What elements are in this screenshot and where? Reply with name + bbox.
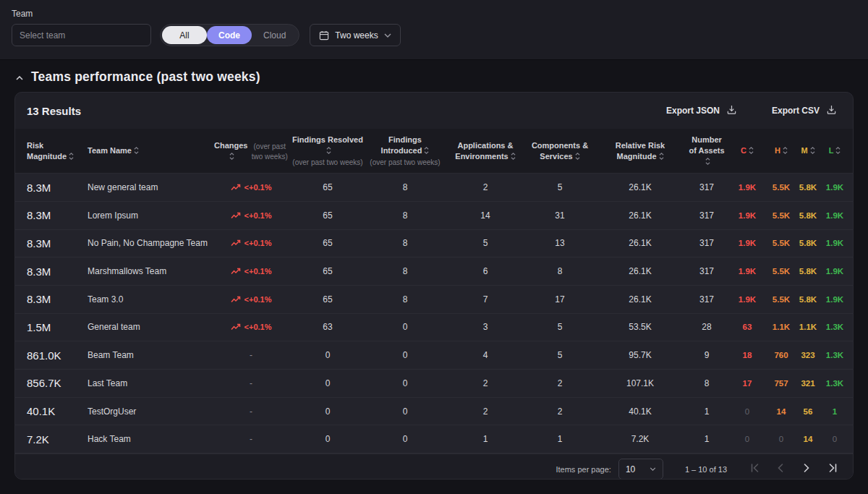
cell-severity-m: 323: [795, 351, 821, 359]
changes-value: -: [250, 350, 252, 360]
cell-components: 17: [526, 294, 594, 305]
cell-severity-c: 18: [727, 351, 767, 359]
column-header-introduced[interactable]: Findings Introduced(over past two weeks): [365, 135, 445, 167]
cell-introduced: 0: [365, 434, 445, 444]
export-csv-button[interactable]: Export CSV: [772, 104, 837, 117]
sort-icon: [783, 147, 788, 154]
column-header-apps[interactable]: Applications & Environments: [445, 140, 526, 162]
cell-changes: <+0.1%: [212, 239, 290, 247]
cell-apps: 6: [445, 266, 526, 276]
cell-assets: 317: [686, 182, 727, 192]
first-page-button[interactable]: [744, 459, 765, 480]
cell-assets: 28: [686, 322, 727, 332]
table-footer: Items per page: 10 1 – 10 of 13: [15, 453, 853, 480]
next-page-button[interactable]: [796, 459, 817, 480]
column-label: Findings Introduced: [381, 135, 430, 155]
cell-risk-magnitude: 8.3M: [27, 293, 88, 305]
sort-icon: [511, 153, 516, 160]
column-header-c[interactable]: C: [727, 145, 767, 156]
cell-components: 8: [526, 266, 594, 276]
cell-resolved: 0: [290, 350, 365, 360]
cell-risk-magnitude: 7.2K: [27, 433, 88, 446]
table-row[interactable]: 856.7KLast Team-0022107.1K8177573211.3K: [15, 370, 853, 398]
column-subtitle: (over past two weeks): [251, 142, 288, 161]
period-dropdown[interactable]: Two weeks: [310, 24, 400, 46]
table-row[interactable]: 7.2KHack Team-00117.2K100140: [15, 425, 853, 453]
cell-severity-l: 1.9K: [821, 295, 848, 304]
items-per-page-select[interactable]: 10: [618, 459, 663, 480]
table-row[interactable]: 8.3MTeam 3.0<+0.1%65871726.1K3171.9K5.5K…: [15, 286, 853, 314]
sort-icon: [424, 147, 429, 154]
column-label: C: [741, 146, 754, 155]
table-row[interactable]: 8.3MNew general team<+0.1%6582526.1K3171…: [15, 174, 853, 202]
cell-components: 13: [526, 238, 594, 248]
column-label: L: [829, 146, 841, 155]
column-header-l[interactable]: L: [821, 145, 848, 156]
items-per-page-label: Items per page:: [556, 465, 610, 474]
last-page-button[interactable]: [822, 459, 843, 480]
sort-icon: [810, 147, 815, 154]
cell-components: 2: [526, 378, 594, 388]
cell-severity-l: 1.9K: [821, 267, 848, 276]
trend-up-icon: [231, 212, 241, 219]
previous-page-button[interactable]: [770, 459, 791, 480]
column-header-components[interactable]: Components & Services: [526, 140, 594, 162]
column-header-risk[interactable]: Risk Magnitude: [27, 140, 88, 162]
column-header-h[interactable]: H: [767, 145, 795, 156]
cell-resolved: 0: [290, 378, 365, 388]
cell-severity-h: 1.1K: [767, 323, 795, 331]
table-body: 8.3MNew general team<+0.1%6582526.1K3171…: [15, 174, 853, 453]
column-label: Findings Resolved: [292, 135, 363, 155]
table-row[interactable]: 1.5MGeneral team<+0.1%6303553.5K28631.1K…: [15, 314, 853, 342]
export-json-button[interactable]: Export JSON: [666, 104, 737, 117]
cell-resolved: 65: [290, 210, 365, 221]
segment-cloud[interactable]: Cloud: [252, 26, 297, 44]
cell-risk-magnitude: 856.7K: [27, 377, 88, 389]
team-select-input[interactable]: [12, 24, 151, 46]
cell-resolved: 65: [290, 182, 365, 192]
table-row[interactable]: 861.0KBeam Team-004595.7K9187603231.3K: [15, 341, 853, 370]
cell-changes: -: [212, 434, 290, 444]
column-header-relative[interactable]: Relative Risk Magnitude: [594, 140, 686, 162]
cell-assets: 1: [686, 434, 727, 444]
segment-all[interactable]: All: [162, 26, 207, 44]
cell-apps: 7: [445, 294, 526, 305]
cell-severity-h: 14: [767, 407, 795, 416]
cell-risk-magnitude: 8.3M: [27, 209, 88, 221]
column-header-team[interactable]: Team Name: [88, 145, 212, 156]
column-header-changes[interactable]: Changes(over past two weeks): [212, 140, 290, 162]
cell-components: 1: [526, 434, 594, 444]
cell-severity-h: 5.5K: [767, 267, 795, 276]
column-header-m[interactable]: M: [795, 145, 821, 156]
cell-severity-h: 5.5K: [767, 211, 795, 220]
export-csv-icon: [826, 104, 837, 117]
cell-severity-m: 5.8K: [795, 239, 821, 247]
table-row[interactable]: 8.3MLorem Ipsum<+0.1%658143126.1K3171.9K…: [15, 202, 853, 230]
segment-code[interactable]: Code: [207, 26, 252, 44]
column-header-assets[interactable]: Number of Assets: [686, 135, 727, 167]
table-row[interactable]: 8.3MNo Pain, No Champagne Team<+0.1%6585…: [15, 230, 853, 258]
teams-table: Risk MagnitudeTeam NameChanges(over past…: [15, 129, 853, 480]
cell-severity-c: 1.9K: [727, 239, 767, 247]
sort-icon: [835, 147, 841, 154]
cell-relative: 26.1K: [594, 210, 686, 221]
table-row[interactable]: 8.3MMarshmallows Team<+0.1%6586826.1K317…: [15, 257, 853, 286]
collapse-section-button[interactable]: [14, 70, 25, 84]
cell-severity-h: 757: [767, 379, 795, 388]
results-count: 13 Results: [27, 105, 81, 117]
cell-assets: 317: [686, 210, 727, 221]
table-row[interactable]: 40.1KTestOrgUser-002240.1K1014561: [15, 398, 853, 426]
sort-icon: [229, 153, 234, 160]
changes-value: -: [250, 434, 252, 444]
column-header-resolved[interactable]: Findings Resolved(over past two weeks): [290, 135, 365, 167]
changes-value: <+0.1%: [244, 211, 272, 220]
column-label: Risk Magnitude: [27, 141, 74, 161]
column-label: Components & Services: [532, 141, 588, 161]
previous-page-icon: [778, 464, 783, 474]
cell-components: 5: [526, 322, 594, 332]
scope-segmented-control: All Code Cloud: [160, 24, 299, 46]
cell-relative: 26.1K: [594, 182, 686, 192]
cell-changes: -: [212, 350, 290, 360]
cell-apps: 2: [445, 182, 526, 192]
cell-severity-h: 0: [767, 435, 795, 443]
